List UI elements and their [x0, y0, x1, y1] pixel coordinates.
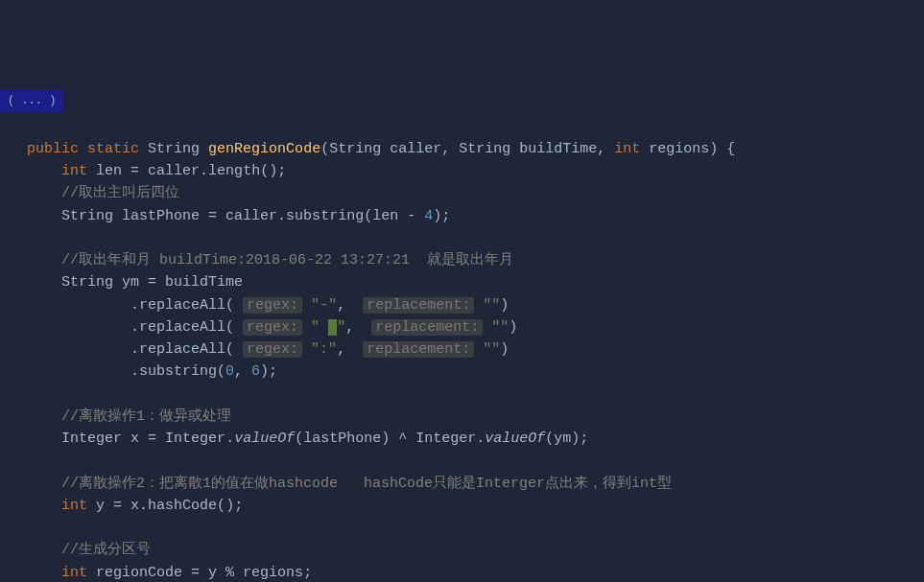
- code-line: Integer x = Integer.valueOf(lastPhone) ^…: [10, 431, 588, 447]
- param-hint: regex:: [243, 319, 302, 336]
- text-cursor: [328, 319, 337, 336]
- code-line: .replaceAll( regex: ":", replacement: ""…: [10, 341, 509, 358]
- code-line: int regionCode = y % regions;: [10, 565, 312, 581]
- code-line: //离散操作2：把离散1的值在做hashcode hashCode只能是Inte…: [10, 476, 672, 492]
- code-line: .replaceAll( regex: "-", replacement: ""…: [10, 297, 509, 314]
- breadcrumb[interactable]: ( ... ): [0, 90, 63, 112]
- code-editor[interactable]: public static String genRegionCode(Strin…: [0, 112, 924, 582]
- param-hint: regex:: [243, 297, 302, 314]
- code-line: //取出主叫后四位: [10, 185, 179, 201]
- code-line: //取出年和月 buildTime:2018-06-22 13:27:21 就是…: [10, 252, 513, 268]
- param-hint: regex:: [243, 341, 302, 358]
- code-line: int len = caller.length();: [10, 163, 286, 179]
- code-line: String lastPhone = caller.substring(len …: [10, 208, 450, 224]
- code-line: .substring(0, 6);: [10, 363, 277, 380]
- code-line: public static String genRegionCode(Strin…: [10, 141, 735, 157]
- code-line: .replaceAll( regex: " ", replacement: ""…: [10, 319, 517, 336]
- param-hint: replacement:: [363, 341, 474, 358]
- code-line: //生成分区号: [10, 542, 151, 558]
- code-line: String ym = buildTime: [10, 274, 243, 291]
- param-hint: replacement:: [371, 319, 483, 336]
- code-line: //离散操作1：做异或处理: [10, 408, 231, 425]
- code-line: int y = x.hashCode();: [10, 498, 243, 514]
- param-hint: replacement:: [363, 297, 474, 314]
